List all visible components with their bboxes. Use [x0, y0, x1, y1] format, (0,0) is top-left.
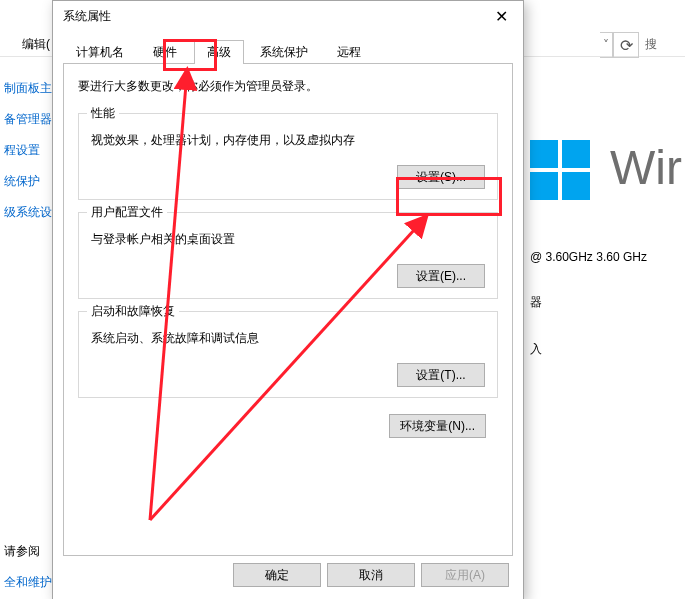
- windows-wordmark: Wir: [610, 140, 682, 195]
- startup-recovery-settings-button[interactable]: 设置(T)...: [397, 363, 485, 387]
- spec-input-label: 入: [530, 341, 647, 358]
- titlebar: 系统属性 ✕: [53, 1, 523, 31]
- group-user-profiles-title: 用户配置文件: [87, 204, 167, 221]
- system-properties-dialog: 系统属性 ✕ 计算机名 硬件 高级 系统保护 远程 要进行大多数更改，你必须作为…: [52, 0, 524, 599]
- environment-variables-button[interactable]: 环境变量(N)...: [389, 414, 486, 438]
- refresh-button[interactable]: ⟳: [613, 32, 639, 58]
- group-startup-recovery-desc: 系统启动、系统故障和调试信息: [91, 330, 485, 347]
- env-row: 环境变量(N)...: [78, 414, 498, 438]
- admin-note: 要进行大多数更改，你必须作为管理员登录。: [78, 78, 498, 95]
- spec-cpu: @ 3.60GHz 3.60 GHz: [530, 250, 647, 264]
- windows-logo-icon: [530, 140, 594, 204]
- spec-processor-label: 器: [530, 294, 647, 311]
- performance-settings-button[interactable]: 设置(S)...: [397, 165, 485, 189]
- tab-hardware[interactable]: 硬件: [140, 40, 190, 64]
- tab-system-protection[interactable]: 系统保护: [247, 40, 321, 64]
- search-input[interactable]: 搜: [639, 32, 685, 56]
- tab-body-advanced: 要进行大多数更改，你必须作为管理员登录。 性能 视觉效果，处理器计划，内存使用，…: [63, 64, 513, 556]
- dropdown-caret[interactable]: ˅: [600, 32, 613, 58]
- group-startup-recovery: 启动和故障恢复 系统启动、系统故障和调试信息 设置(T)...: [78, 311, 498, 398]
- dialog-buttons: 确定 取消 应用(A): [233, 563, 509, 587]
- group-user-profiles: 用户配置文件 与登录帐户相关的桌面设置 设置(E)...: [78, 212, 498, 299]
- group-startup-recovery-title: 启动和故障恢复: [87, 303, 179, 320]
- user-profiles-settings-button[interactable]: 设置(E)...: [397, 264, 485, 288]
- cancel-button[interactable]: 取消: [327, 563, 415, 587]
- group-performance-desc: 视觉效果，处理器计划，内存使用，以及虚拟内存: [91, 132, 485, 149]
- tab-advanced[interactable]: 高级: [194, 40, 244, 64]
- see-also-security[interactable]: 全和维护: [4, 574, 52, 591]
- see-also: 请参阅 全和维护: [4, 543, 52, 591]
- group-performance: 性能 视觉效果，处理器计划，内存使用，以及虚拟内存 设置(S)...: [78, 113, 498, 200]
- dialog-title: 系统属性: [63, 8, 479, 25]
- tab-computer-name[interactable]: 计算机名: [63, 40, 137, 64]
- close-button[interactable]: ✕: [479, 1, 523, 31]
- group-performance-title: 性能: [87, 105, 119, 122]
- tab-strip: 计算机名 硬件 高级 系统保护 远程: [63, 39, 513, 64]
- see-also-label: 请参阅: [4, 543, 52, 560]
- edit-menu[interactable]: 编辑(: [22, 36, 50, 53]
- apply-button[interactable]: 应用(A): [421, 563, 509, 587]
- tab-remote[interactable]: 远程: [324, 40, 374, 64]
- ok-button[interactable]: 确定: [233, 563, 321, 587]
- group-user-profiles-desc: 与登录帐户相关的桌面设置: [91, 231, 485, 248]
- system-specs: @ 3.60GHz 3.60 GHz 器 入: [530, 250, 647, 388]
